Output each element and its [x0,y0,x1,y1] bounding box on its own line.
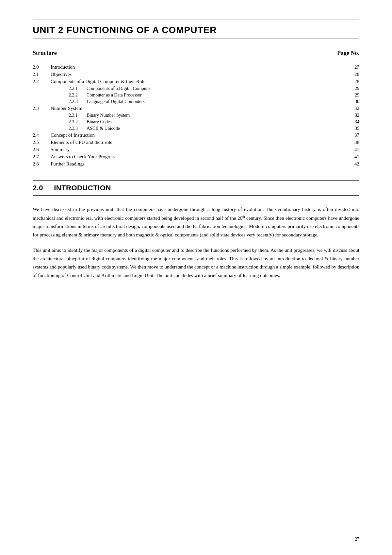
toc-title-20: Introduction [51,64,346,70]
toc-page-223: 30 [346,99,359,104]
toc-title-28: Further Readings [51,161,346,167]
intro-paragraph-1: We have discussed in the previous unit, … [33,205,359,239]
toc-page-232: 34 [346,119,359,125]
toc-title-231: Binary Number System [87,113,346,118]
section-20-num: 2.0 [33,184,43,192]
toc-page-26: 41 [346,147,359,152]
toc-row-223: 2.2.3 Language of Digital Computers 30 [33,99,359,104]
toc-num-233: 2.3.3 [69,126,87,131]
toc-page-23: 32 [346,106,359,111]
toc-title-23: Number System [51,106,346,111]
toc-num-27: 2.7 [33,154,51,160]
toc-page-233: 35 [346,126,359,131]
toc-container: 2.0 Introduction 27 2.1 Objectives 28 2.… [33,64,359,167]
toc-page-231: 32 [346,113,359,118]
toc-num-231: 2.3.1 [69,113,87,118]
section-20-title: 2.0 INTRODUCTION [33,184,359,192]
toc-page-21: 28 [346,72,359,77]
toc-row-22: 2.2 Components of a Digital Computer & t… [33,79,359,84]
toc-num-24: 2.4 [33,132,51,138]
toc-page-28: 42 [346,161,359,167]
toc-row-23: 2.3 Number System 32 [33,106,359,111]
unit-header: UNIT 2 FUNCTIONING OF A COMPUTER [33,20,359,39]
toc-num-222: 2.2.2 [69,93,87,98]
toc-row-27: 2.7 Answers to Check Your Progress 41 [33,154,359,160]
toc-num-23: 2.3 [33,106,51,111]
toc-row-231: 2.3.1 Binary Number System 32 [33,113,359,118]
toc-title-25: Elements of CPU and their role [51,140,346,145]
toc-title-222: Computer as a Data Processor [87,93,346,98]
toc-num-232: 2.3.2 [69,119,87,125]
toc-num-221: 2.2.1 [69,86,87,91]
structure-label: Structure [33,50,57,57]
toc-page-24: 37 [346,132,359,138]
toc-title-232: Binary Codes [87,119,346,125]
page-number: 27 [355,537,359,542]
toc-page-222: 29 [346,93,359,98]
toc-row-24: 2.4 Concept of Instruction 37 [33,132,359,138]
toc-page-27: 41 [346,154,359,160]
toc-title-27: Answers to Check Your Progress [51,154,346,160]
toc-row-25: 2.5 Elements of CPU and their role 38 [33,140,359,145]
section-20-header: 2.0 INTRODUCTION [33,180,359,196]
toc-num-25: 2.5 [33,140,51,145]
intro-paragraph-2: This unit aims to identify the major com… [33,246,359,280]
toc-page-25: 38 [346,140,359,145]
page: UNIT 2 FUNCTIONING OF A COMPUTER Structu… [0,0,392,555]
toc-title-223: Language of Digital Computers [87,99,346,104]
toc-row-21: 2.1 Objectives 28 [33,72,359,77]
page-no-label: Page No. [337,50,359,57]
toc-row-26: 2.6 Summary 41 [33,147,359,152]
toc-row-233: 2.3.3 ASCII & Unicode 35 [33,126,359,131]
structure-header: Structure Page No. [33,50,359,57]
toc-row-222: 2.2.2 Computer as a Data Processor 29 [33,93,359,98]
toc-page-20: 27 [346,64,359,70]
toc-row-28: 2.8 Further Readings 42 [33,161,359,167]
toc-row-232: 2.3.2 Binary Codes 34 [33,119,359,125]
toc-title-24: Concept of Instruction [51,132,346,138]
toc-num-21: 2.1 [33,72,51,77]
toc-num-223: 2.2.3 [69,99,87,104]
toc-num-22: 2.2 [33,79,51,84]
toc-page-22: 28 [346,79,359,84]
toc-title-22: Components of a Digital Computer & their… [51,79,346,84]
toc-page-221: 29 [346,86,359,91]
toc-row-221: 2.2.1 Components of a Digital Computer 2… [33,86,359,91]
toc-title-221: Components of a Digital Computer [87,86,346,91]
section-20-heading: INTRODUCTION [54,184,111,192]
toc-title-26: Summary [51,147,346,152]
toc-row-20: 2.0 Introduction 27 [33,64,359,70]
toc-title-21: Objectives [51,72,346,77]
toc-num-20: 2.0 [33,64,51,70]
superscript-th: th [242,215,245,218]
toc-title-233: ASCII & Unicode [87,126,346,131]
toc-num-26: 2.6 [33,147,51,152]
unit-title: UNIT 2 FUNCTIONING OF A COMPUTER [33,25,359,35]
toc-num-28: 2.8 [33,161,51,167]
